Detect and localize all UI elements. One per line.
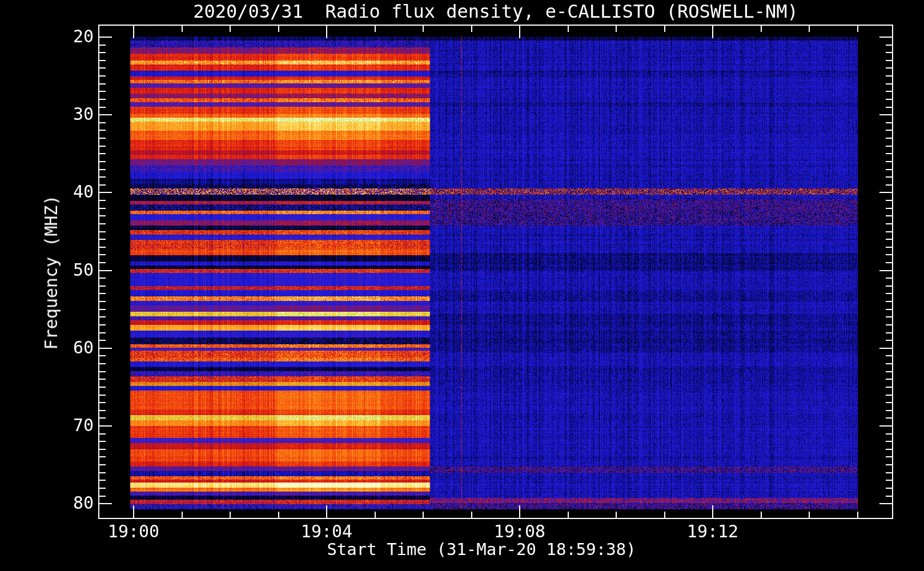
y-tick-label-40: 40 xyxy=(0,183,94,200)
y-tick-label-50: 50 xyxy=(0,262,94,279)
x-tick-label-19-00: 19:00 xyxy=(88,523,179,540)
y-tick-label-80: 80 xyxy=(0,494,94,512)
spectrogram-page: 2020/03/31 Radio flux density, e-CALLIST… xyxy=(0,0,924,571)
x-tick-label-19-04: 19:04 xyxy=(281,523,372,540)
x-tick-label-19-12: 19:12 xyxy=(667,523,758,540)
y-tick-label-60: 60 xyxy=(0,339,94,356)
y-tick-label-20: 20 xyxy=(0,28,94,45)
spectrogram-canvas xyxy=(0,0,924,571)
y-tick-label-30: 30 xyxy=(0,106,94,123)
y-tick-label-70: 70 xyxy=(0,417,94,434)
x-axis-label: Start Time (31-Mar-20 18:59:38) xyxy=(98,541,865,558)
chart-title: 2020/03/31 Radio flux density, e-CALLIST… xyxy=(98,2,893,21)
x-tick-label-19-08: 19:08 xyxy=(474,523,565,540)
